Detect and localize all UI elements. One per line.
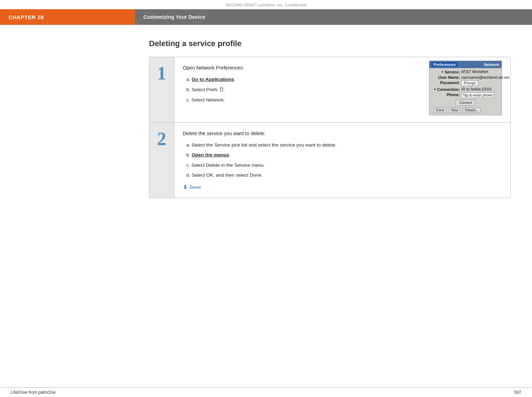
section-title: Deleting a service profile [149,39,511,48]
prefs-service-label: ▼ Service: [432,70,460,74]
details-button-prefs[interactable]: Details... [463,107,481,113]
prefs-connection-value: IR to Nokia 6310i [461,87,499,91]
prefs-phone-label: Phone: [432,93,460,97]
prefs-screenshot: Preferences Network ▼ Service: [429,61,502,115]
bottom-bar: LifeDrive from palmOne 597 [0,387,532,397]
new-button-prefs[interactable]: New [449,107,460,113]
watermark: SECOND DRAFT palmOne, Inc. Confidential [0,0,532,9]
step-2-number: 2 [157,130,166,148]
prefs-phone-row: Phone: Tap to enter phone [432,93,499,98]
step-1-number: 1 [157,64,166,83]
prefs-password-row: Password: -Prompt- [432,81,499,86]
prefs-password-label: Password: [432,81,460,85]
step-2c: c. Select Delete in the Service menu. [186,162,502,169]
done-link[interactable]: ⬇ Done [183,184,502,191]
step-1: 1 Preferences Network ▼ [149,57,510,123]
connect-button[interactable]: Connect [456,100,475,106]
prefs-username-row: User Name: username@worldnet.att.net [432,75,499,79]
step-2b: b. Open the menus. [186,151,502,159]
prefs-titlebar-right: Network [484,62,499,67]
prefs-username-value: username@worldnet.att.net [461,75,509,79]
main-content: Deleting a service profile 1 Preferences… [135,25,532,212]
chapter-header: CHAPTER 28 Customizing Your Device [0,9,532,25]
prefs-titlebar: Preferences Network [429,61,501,68]
step-1-content: Preferences Network ▼ Service: [174,57,510,122]
prefs-phone-value: Tap to enter phone [461,93,499,98]
done-arrow-icon: ⬇ [183,184,187,191]
step-2a: a. Select the Service pick list and sele… [186,142,502,149]
step-2-intro: Delete the service you want to delete: [183,130,502,137]
prefs-titlebar-left: Preferences [432,62,457,67]
step-2-number-col: 2 [149,123,174,198]
steps-container: 1 Preferences Network ▼ [149,57,511,198]
prefs-service-value: AT&T WorldNet [461,70,499,74]
step-1-number-col: 1 [149,57,174,122]
chapter-label: CHAPTER 28 [0,9,135,25]
prefs-service-row: ▼ Service: AT&T WorldNet [432,70,499,74]
prefs-username-label: User Name: [432,75,460,79]
prefs-password-value: -Prompt- [461,81,499,86]
step-2-content: Delete the service you want to delete: a… [174,123,510,198]
done-button-prefs[interactable]: Done [434,107,446,113]
prefs-bottom-row: Done New Details... [432,107,499,114]
step-2: 2 Delete the service you want to delete:… [149,123,510,198]
prefs-body: ▼ Service: AT&T WorldNet User Name: user… [429,68,501,115]
chapter-title: Customizing Your Device [135,9,532,25]
step-2d: d. Select OK, and then select Done. [186,172,502,179]
footer-left: LifeDrive from palmOne [11,390,56,395]
footer-right: 597 [514,390,521,395]
prefs-connection-label: ▼ Connection: [432,87,460,92]
prefs-connection-row: ▼ Connection: IR to Nokia 6310i [432,87,499,92]
prefs-connect-btn-row: Connect [432,100,499,106]
